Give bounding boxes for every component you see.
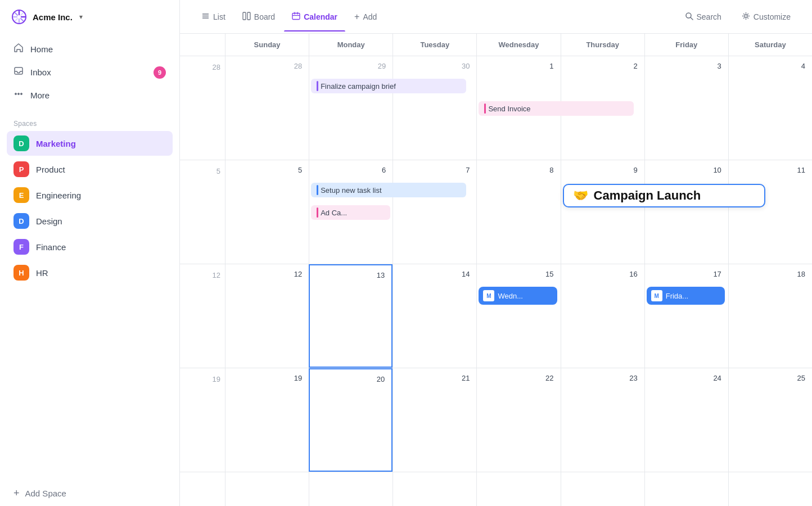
event-ad-campaign[interactable]: Ad Ca... [311, 205, 390, 220]
cell-14[interactable]: 14 [393, 264, 476, 368]
add-icon: + [354, 12, 359, 22]
date-20: 20 [314, 374, 387, 385]
sidebar-item-finance[interactable]: F Finance [7, 234, 173, 259]
header-spacer [180, 34, 225, 56]
cell-11[interactable]: 11 [728, 160, 812, 264]
cell-28b[interactable] [393, 472, 476, 506]
cell-31[interactable] [644, 472, 728, 506]
date-30: 30 [398, 61, 472, 71]
hr-dot: H [13, 265, 29, 281]
header-friday: Friday [644, 34, 728, 56]
calendar-view-button[interactable]: Calendar [284, 7, 345, 26]
cell-28[interactable]: 28 [225, 56, 309, 160]
date-1: 1 [481, 61, 556, 71]
header-tuesday: Tuesday [393, 34, 476, 56]
cell-30[interactable]: 30 [393, 56, 476, 160]
svg-point-27 [745, 15, 747, 17]
sidebar-item-hr[interactable]: H HR [7, 260, 173, 285]
add-view-button[interactable]: + Add [346, 7, 385, 26]
meet-icon-2-letter: M [655, 293, 659, 299]
event-label: Send Invoice [488, 105, 530, 113]
cell-15[interactable]: 15 [476, 264, 560, 368]
event-fri-meet[interactable]: M Frida... [647, 287, 725, 305]
list-view-label: List [213, 12, 225, 21]
date-7: 7 [398, 165, 472, 175]
cell-27[interactable] [309, 472, 393, 506]
cell-25[interactable]: 25 [728, 368, 812, 472]
more-icon [13, 89, 24, 102]
sidebar-item-marketing[interactable]: D Marketing [7, 131, 173, 156]
svg-line-8 [15, 19, 17, 21]
list-view-button[interactable]: List [193, 7, 233, 26]
cell-10[interactable]: 10 [644, 160, 728, 264]
cell-19[interactable]: 19 [225, 368, 309, 472]
cell-16[interactable]: 16 [561, 264, 644, 368]
calendar-row-2: 5 5 6 7 8 9 10 [180, 160, 812, 264]
cell-1b[interactable] [728, 472, 812, 506]
sidebar-item-product-label: Product [36, 165, 65, 174]
cell-29b[interactable] [476, 472, 560, 506]
event-wed-meet[interactable]: M Wedn... [479, 287, 557, 305]
app-title[interactable]: Acme Inc. ▾ [0, 0, 179, 34]
sidebar-item-inbox[interactable]: Inbox 9 [7, 61, 173, 83]
cell-23[interactable]: 23 [561, 368, 644, 472]
search-icon [685, 12, 693, 22]
date-24: 24 [649, 373, 724, 383]
cell-26[interactable] [225, 472, 309, 506]
date-15: 15 [481, 269, 556, 279]
event-finalize-campaign[interactable]: Finalize campaign brief [311, 79, 466, 93]
add-space-button[interactable]: + Add Space [0, 481, 179, 506]
product-dot: P [13, 161, 29, 177]
cell-4[interactable]: 4 [728, 56, 812, 160]
cell-30b[interactable] [561, 472, 644, 506]
sidebar-item-home[interactable]: Home [7, 38, 173, 60]
cell-29[interactable]: 29 [309, 56, 393, 160]
cell-9[interactable]: 9 [561, 160, 644, 264]
date-12: 12 [230, 269, 304, 279]
board-view-button[interactable]: Board [234, 7, 283, 26]
row-28-num: 28 [213, 61, 220, 71]
sidebar-item-engineering[interactable]: E Engineering [7, 183, 173, 207]
header-sunday: Sunday [225, 34, 309, 56]
event-campaign-launch-label: Campaign Launch [594, 188, 701, 203]
svg-line-7 [21, 13, 23, 15]
cell-8[interactable]: 8 [476, 160, 560, 264]
date-25: 25 [733, 373, 808, 383]
cell-5[interactable]: 5 [225, 160, 309, 264]
cell-17[interactable]: 17 [644, 264, 728, 368]
calendar-header: Sunday Monday Tuesday Wednesday Thursday… [180, 34, 812, 56]
customize-button[interactable]: Customize [734, 7, 799, 26]
event-bar-left [317, 207, 318, 218]
sidebar-item-more-label: More [30, 91, 49, 100]
event-campaign-launch[interactable]: 🤝 Campaign Launch [563, 184, 766, 207]
date-9: 9 [566, 165, 640, 175]
header-thursday: Thursday [561, 34, 644, 56]
cell-18[interactable]: 18 [728, 264, 812, 368]
cell-22[interactable]: 22 [476, 368, 560, 472]
search-button[interactable]: Search [677, 7, 729, 26]
sidebar-item-more[interactable]: More [7, 84, 173, 106]
event-send-invoice[interactable]: Send Invoice [479, 101, 633, 116]
event-label: Finalize campaign brief [321, 82, 396, 91]
cell-21[interactable]: 21 [393, 368, 476, 472]
date-23: 23 [566, 373, 640, 383]
header-saturday: Saturday [728, 34, 812, 56]
cell-24[interactable]: 24 [644, 368, 728, 472]
cell-13[interactable]: 13 [309, 264, 393, 368]
finance-dot: F [13, 239, 29, 255]
board-view-label: Board [254, 12, 275, 21]
sidebar-item-design[interactable]: D Design [7, 209, 173, 233]
cell-12[interactable]: 12 [225, 264, 309, 368]
sidebar-item-product[interactable]: P Product [7, 157, 173, 182]
date-29: 29 [314, 61, 388, 71]
cell-3[interactable]: 3 [644, 56, 728, 160]
event-setup-task-list[interactable]: Setup new task list [311, 183, 466, 197]
sidebar-item-hr-label: HR [36, 268, 48, 278]
list-icon [201, 12, 210, 22]
campaign-launch-emoji-icon: 🤝 [573, 188, 588, 203]
topbar: List Board Calendar + Add [180, 0, 812, 34]
header-monday: Monday [309, 34, 393, 56]
cell-7[interactable]: 7 [393, 160, 476, 264]
svg-line-5 [15, 13, 17, 15]
cell-20[interactable]: 20 [309, 368, 393, 472]
